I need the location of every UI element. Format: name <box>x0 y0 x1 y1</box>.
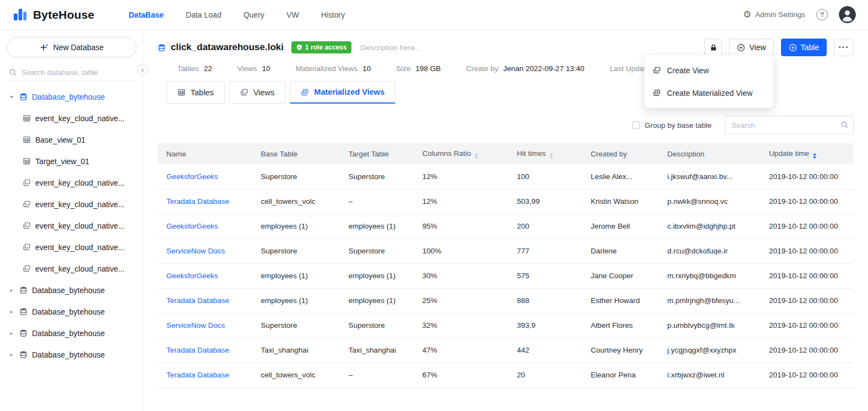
tree-database[interactable]: ▸Database_bytehouse <box>0 344 143 365</box>
database-icon <box>19 93 28 101</box>
nav-item-history[interactable]: History <box>321 8 345 21</box>
stat-materialized-views: Materialized Views10 <box>296 64 371 73</box>
role-access-badge[interactable]: 1 role access <box>291 41 351 53</box>
stat-value: 198 GB <box>415 64 441 73</box>
group-by-checkbox[interactable] <box>632 121 640 129</box>
cell-base-table: employees (1) <box>256 288 344 313</box>
lock-button[interactable] <box>704 39 722 56</box>
create-table-button[interactable]: Table <box>781 39 827 56</box>
tab-materialized-views[interactable]: Materialized Views <box>290 81 395 104</box>
cell-description: m.rxriybq@bbgedkm <box>663 263 765 288</box>
search-icon <box>9 68 17 77</box>
column-hit-times[interactable]: Hit times <box>513 143 587 164</box>
tree-item-view[interactable]: event_key_cloud_native... <box>0 193 143 215</box>
tab-tables[interactable]: Tables <box>166 81 225 104</box>
menu-item-label: Create Materialized View <box>667 89 752 98</box>
mv-name-link[interactable]: Teradata Database <box>166 296 229 305</box>
table-row[interactable]: Teradata Databasecell_towers_volc–12%503… <box>158 189 854 214</box>
tab-views[interactable]: Views <box>229 81 285 104</box>
more-button[interactable]: ··· <box>834 39 854 56</box>
cell-description: p.nwkk@snnoq.vc <box>663 189 765 214</box>
cell-target-table: employees (1) <box>344 263 418 288</box>
cell-target-table: Superstore <box>344 164 418 189</box>
sidebar-search <box>8 64 135 81</box>
mv-name-link[interactable]: Teradata Database <box>166 346 229 354</box>
view-icon <box>23 243 31 251</box>
sidebar-search-input[interactable] <box>21 68 134 77</box>
nav-item-database[interactable]: DataBase <box>129 8 164 21</box>
view-icon <box>240 88 248 96</box>
tree-item-table[interactable]: event_key_cloud_native... <box>0 107 143 129</box>
brand-name: ByteHouse <box>33 8 95 21</box>
help-button[interactable]: ? <box>816 9 828 20</box>
table-row[interactable]: GeeksforGeeksemployees (1)employees (1)9… <box>158 214 854 239</box>
cell-created-by: Leslie Alex... <box>587 164 663 189</box>
caret-down-icon[interactable]: ▾ <box>8 94 15 100</box>
tree-item-table[interactable]: Base_view_01 <box>0 129 143 150</box>
table-row[interactable]: ServiceNow DocsSuperstoreSuperstore100%7… <box>158 239 854 263</box>
mv-name-link[interactable]: GeeksforGeeks <box>166 222 218 230</box>
tree-database[interactable]: ▸Database_bytehouse <box>0 279 143 301</box>
tree-database[interactable]: ▸Database_bytehouse <box>0 301 143 322</box>
avatar[interactable] <box>839 6 856 23</box>
table-row[interactable]: Teradata Databasecell_towers_volc–67%20E… <box>158 363 854 387</box>
lock-icon <box>709 44 718 52</box>
caret-right-icon[interactable]: ▸ <box>8 330 15 336</box>
create-view-button[interactable]: View <box>729 39 773 56</box>
tree-item-view[interactable]: event_key_cloud_native... <box>0 215 143 236</box>
nav-item-data-load[interactable]: Data Load <box>186 8 221 21</box>
sort-icon[interactable] <box>475 153 478 159</box>
cell-created-by: Jane Cooper <box>587 263 663 288</box>
mv-name-link[interactable]: Teradata Database <box>166 371 229 379</box>
table-row[interactable]: Teradata Databaseemployees (1)employees … <box>158 288 854 313</box>
cell-columns-ratio: 12% <box>418 164 513 189</box>
tree-item-table[interactable]: Target_view_01 <box>0 150 143 172</box>
table-search-input[interactable] <box>725 116 854 134</box>
tree-database[interactable]: ▸Database_bytehouse <box>0 322 143 344</box>
cell-name: Teradata Database <box>158 288 256 313</box>
stat-tables: Tables22 <box>177 64 212 73</box>
cell-created-by: Darlene <box>587 239 663 263</box>
caret-right-icon[interactable]: ▸ <box>8 351 15 358</box>
database-icon <box>19 329 28 337</box>
group-by-base-table[interactable]: Group by base table <box>632 121 712 129</box>
view-icon <box>653 66 661 74</box>
cell-target-table: employees (1) <box>344 214 418 239</box>
nav-item-vw[interactable]: VW <box>286 8 299 21</box>
table-row[interactable]: Teradata DatabaseTaxi_shanghaiTaxi_shang… <box>158 338 854 363</box>
cell-created-by: Eleanor Pena <box>587 363 663 387</box>
tree-item-label: event_key_cloud_native... <box>35 200 124 209</box>
sidebar-collapse-button[interactable]: ‹ <box>137 64 148 75</box>
tree-item-view[interactable]: event_key_cloud_native... <box>0 236 143 258</box>
description-placeholder[interactable]: Description here... <box>360 44 421 52</box>
table-row[interactable]: GeeksforGeeksemployees (1)employees (1)3… <box>158 263 854 288</box>
mv-name-link[interactable]: ServiceNow Docs <box>166 321 225 329</box>
column-created-by: Created by <box>587 143 663 164</box>
tree-database-label: Database_bytehouse <box>32 350 105 359</box>
stat-label: Tables <box>177 64 199 73</box>
new-database-button[interactable]: New Database <box>7 37 137 57</box>
cell-description: p.umbtvybcg@lmt.tk <box>663 313 765 338</box>
tree-database[interactable]: ▾Database_bytehouse <box>0 86 143 107</box>
caret-right-icon[interactable]: ▸ <box>8 287 15 293</box>
column-update-time[interactable]: Update time <box>764 143 854 164</box>
stat-label: Views <box>237 64 257 73</box>
create-dropdown-menu: Create ViewCreate Materialized View <box>644 55 773 108</box>
table-row[interactable]: ServiceNow DocsSuperstoreSuperstore32%39… <box>158 313 854 338</box>
tree-item-view[interactable]: event_key_cloud_native... <box>0 172 143 193</box>
sort-icon[interactable] <box>813 153 816 159</box>
menu-item-create-materialized-view[interactable]: Create Materialized View <box>644 82 773 104</box>
column-columns-ratio[interactable]: Columns Ratio <box>418 143 513 164</box>
mv-name-link[interactable]: ServiceNow Docs <box>166 247 225 255</box>
admin-settings-button[interactable]: ⚙ Admin Settings <box>743 10 805 19</box>
mv-name-link[interactable]: GeeksforGeeks <box>166 272 218 280</box>
mv-name-link[interactable]: Teradata Database <box>166 197 229 206</box>
mv-name-link[interactable]: GeeksforGeeks <box>166 172 218 181</box>
table-row[interactable]: GeeksforGeeksSuperstoreSuperstore12%100L… <box>158 164 854 189</box>
caret-right-icon[interactable]: ▸ <box>8 309 15 315</box>
menu-item-create-view[interactable]: Create View <box>644 59 773 82</box>
cell-columns-ratio: 100% <box>418 239 513 263</box>
nav-item-query[interactable]: Query <box>243 8 264 21</box>
tree-item-view[interactable]: event_key_cloud_native... <box>0 258 143 279</box>
sort-icon[interactable] <box>550 153 553 159</box>
